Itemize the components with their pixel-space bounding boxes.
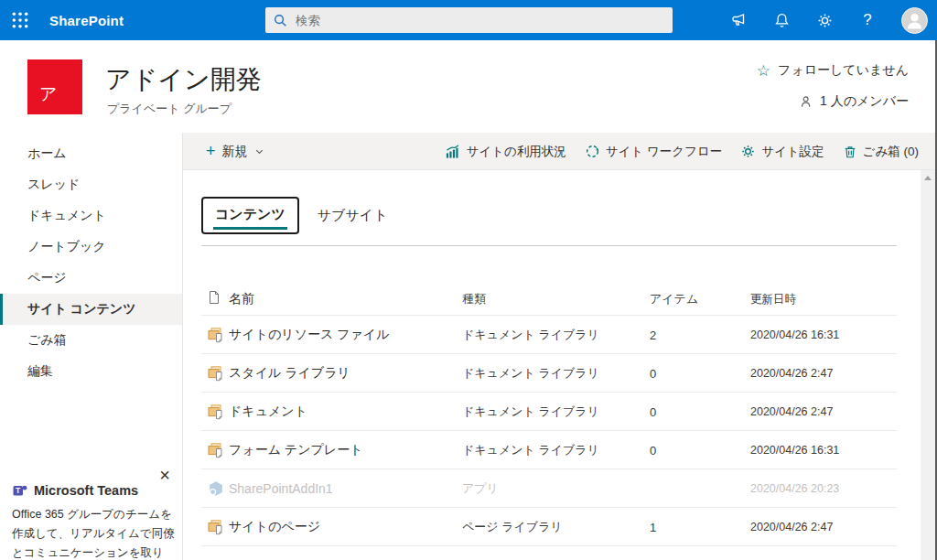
- sidebar: ホームスレッドドキュメントノートブックページサイト コンテンツごみ箱編集 × T…: [0, 133, 183, 560]
- command-label: サイト設定: [761, 144, 824, 160]
- close-icon[interactable]: ×: [159, 466, 170, 484]
- tab-subsites[interactable]: サブサイト: [318, 207, 388, 224]
- vertical-scrollbar[interactable]: [921, 170, 935, 560]
- new-button[interactable]: + 新規: [206, 133, 264, 170]
- table-row[interactable]: ドキュメントドキュメント ライブラリ02020/04/26 2:47: [201, 393, 897, 431]
- row-name[interactable]: SharePointAddIn1: [229, 481, 333, 496]
- plus-icon: +: [206, 143, 216, 159]
- app-icon: [207, 479, 225, 498]
- avatar[interactable]: [901, 7, 928, 34]
- row-items: 2: [650, 328, 656, 341]
- command-group: サイトの利用状況 サイト ワークフロー サイト設定 ごみ箱 (0): [445, 133, 919, 170]
- row-modified: 2020/04/26 20:23: [750, 482, 839, 495]
- command-workflow-sync[interactable]: サイト ワークフロー: [585, 144, 722, 160]
- row-name[interactable]: サイトのリソース ファイル: [229, 327, 390, 343]
- suite-bar: SharePoint: [0, 0, 937, 40]
- site-subtitle: プライベート グループ: [107, 101, 232, 117]
- sidebar-item[interactable]: サイト コンテンツ: [0, 294, 182, 325]
- search-icon: [273, 13, 288, 28]
- row-type: ページ ライブラリ: [462, 519, 563, 535]
- site-header: ア アドイン開発 プライベート グループ ☆ フォローしていません 1 人のメン…: [0, 40, 937, 133]
- megaphone-icon[interactable]: [729, 11, 748, 29]
- follow-button[interactable]: ☆ フォローしていません: [757, 62, 909, 79]
- sidebar-item[interactable]: スレッド: [0, 169, 182, 200]
- document-library-icon: [207, 518, 225, 536]
- settings-gear-icon: [740, 144, 756, 159]
- members-label: 1 人のメンバー: [820, 93, 909, 110]
- help-icon[interactable]: ?: [858, 11, 877, 29]
- row-modified: 2020/04/26 16:31: [750, 328, 839, 341]
- bell-icon[interactable]: [772, 11, 791, 29]
- command-label: サイト ワークフロー: [606, 144, 722, 160]
- document-library-icon: [207, 364, 225, 382]
- row-name[interactable]: フォーム テンプレート: [229, 442, 363, 458]
- document-library-icon: [207, 326, 225, 344]
- site-contents-table: 名前 種類 アイテム 更新日時 サイトのリソース ファイルドキュメント ライブラ…: [201, 284, 897, 546]
- teams-promo: × T Microsoft Teams Office 365 グループのチームを…: [0, 462, 182, 560]
- row-type: ドキュメント ライブラリ: [462, 327, 599, 343]
- search-input[interactable]: [296, 14, 634, 27]
- sidebar-item[interactable]: ドキュメント: [0, 200, 182, 232]
- scroll-up-arrow-icon[interactable]: [924, 176, 932, 180]
- row-type: ドキュメント ライブラリ: [462, 365, 599, 382]
- gear-icon[interactable]: [815, 11, 834, 29]
- star-icon: ☆: [757, 63, 770, 79]
- row-items: 0: [650, 404, 656, 418]
- file-type-column-icon: [207, 290, 225, 308]
- row-items: 0: [650, 443, 656, 457]
- sidebar-item[interactable]: ホーム: [0, 138, 182, 169]
- command-usage-chart[interactable]: サイトの利用状況: [445, 144, 565, 160]
- site-logo-letter: ア: [39, 82, 57, 106]
- person-icon: [801, 95, 814, 109]
- sidebar-item[interactable]: ページ: [0, 263, 182, 294]
- table-row[interactable]: フォーム テンプレートドキュメント ライブラリ02020/04/26 16:31: [201, 431, 897, 469]
- row-name[interactable]: ドキュメント: [229, 404, 307, 420]
- row-modified: 2020/04/26 16:31: [750, 444, 839, 457]
- sidebar-item[interactable]: 編集: [0, 356, 182, 387]
- search-box[interactable]: [265, 7, 673, 33]
- trash-icon: [843, 145, 857, 159]
- svg-text:T: T: [16, 486, 21, 495]
- tab-contents[interactable]: コンテンツ: [201, 197, 299, 234]
- row-type: ドキュメント ライブラリ: [462, 442, 599, 458]
- column-header-type[interactable]: 種類: [462, 291, 486, 307]
- sidebar-item[interactable]: ごみ箱: [0, 325, 182, 356]
- tab-divider: [201, 245, 897, 246]
- app-launcher-icon[interactable]: [0, 0, 40, 40]
- command-trash[interactable]: ごみ箱 (0): [843, 144, 919, 160]
- row-modified: 2020/04/26 2:47: [750, 367, 833, 380]
- table-row[interactable]: サイトのリソース ファイルドキュメント ライブラリ22020/04/26 16:…: [201, 316, 897, 354]
- teams-logo-icon: T: [12, 482, 28, 499]
- suite-bar-actions: ?: [729, 0, 928, 40]
- command-bar: + 新規 サイトの利用状況 サイト ワークフロー サイト設定: [183, 133, 937, 170]
- site-contents-table-body: サイトのリソース ファイルドキュメント ライブラリ22020/04/26 16:…: [201, 316, 897, 546]
- row-items: 0: [650, 366, 656, 380]
- follow-label: フォローしていません: [778, 62, 909, 79]
- table-row[interactable]: スタイル ライブラリドキュメント ライブラリ02020/04/26 2:47: [201, 354, 897, 393]
- site-logo[interactable]: ア: [27, 59, 82, 114]
- document-library-icon: [207, 441, 225, 459]
- site-contents-panel: コンテンツ サブサイト 名前 種類 アイテム 更新日時 サイトのリソース ファイ…: [183, 170, 921, 560]
- table-row[interactable]: サイトのページページ ライブラリ12020/04/26 2:47: [201, 508, 897, 546]
- table-row[interactable]: SharePointAddIn1アプリ2020/04/26 20:23: [201, 469, 897, 508]
- column-header-items[interactable]: アイテム: [650, 291, 698, 307]
- brand-label[interactable]: SharePoint: [49, 13, 124, 28]
- teams-promo-title: Microsoft Teams: [34, 483, 138, 498]
- row-modified: 2020/04/26 2:47: [750, 521, 833, 533]
- sidebar-nav: ホームスレッドドキュメントノートブックページサイト コンテンツごみ箱編集: [0, 133, 182, 387]
- table-header: 名前 種類 アイテム 更新日時: [201, 284, 897, 316]
- sidebar-item[interactable]: ノートブック: [0, 232, 182, 263]
- row-name[interactable]: スタイル ライブラリ: [229, 365, 350, 382]
- document-library-icon: [207, 403, 225, 421]
- new-button-label: 新規: [222, 144, 248, 160]
- column-header-name[interactable]: 名前: [229, 291, 254, 307]
- row-items: 1: [650, 520, 656, 533]
- command-label: ごみ箱 (0): [863, 144, 919, 160]
- chevron-down-icon: [254, 145, 264, 159]
- teams-promo-text: Office 365 グループのチームを作成して、リアルタイムで同僚とコミュニケ…: [12, 508, 175, 560]
- row-name[interactable]: サイトのページ: [229, 519, 320, 535]
- members-button[interactable]: 1 人のメンバー: [801, 93, 909, 110]
- column-header-modified[interactable]: 更新日時: [750, 292, 796, 307]
- command-settings-gear[interactable]: サイト設定: [740, 144, 824, 160]
- teams-promo-body: Office 365 グループのチームを作成して、リアルタイムで同僚とコミュニケ…: [12, 505, 175, 560]
